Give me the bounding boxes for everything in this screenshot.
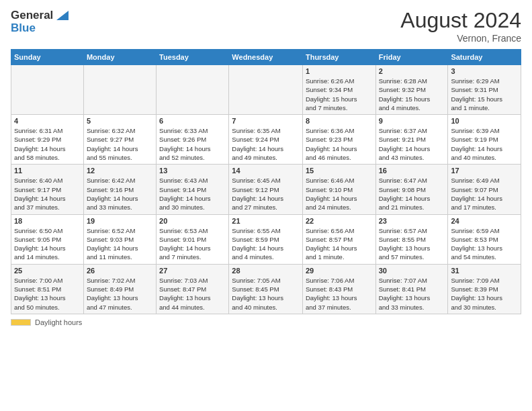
day-info: Sunrise: 6:47 AM Sunset: 9:08 PM Dayligh…	[379, 176, 445, 212]
day-number: 29	[306, 267, 373, 275]
calendar-week-row: 18Sunrise: 6:50 AM Sunset: 9:05 PM Dayli…	[11, 214, 521, 264]
calendar-cell: 5Sunrise: 6:32 AM Sunset: 9:27 PM Daylig…	[83, 115, 156, 165]
calendar-cell	[157, 65, 229, 115]
day-info: Sunrise: 6:46 AM Sunset: 9:10 PM Dayligh…	[306, 176, 373, 212]
calendar-week-row: 11Sunrise: 6:40 AM Sunset: 9:17 PM Dayli…	[11, 165, 521, 214]
calendar-cell: 29Sunrise: 7:06 AM Sunset: 8:43 PM Dayli…	[302, 264, 375, 314]
calendar-cell: 22Sunrise: 6:56 AM Sunset: 8:57 PM Dayli…	[302, 214, 375, 264]
day-info: Sunrise: 6:53 AM Sunset: 9:01 PM Dayligh…	[159, 226, 226, 262]
day-info: Sunrise: 6:45 AM Sunset: 9:12 PM Dayligh…	[232, 176, 300, 212]
calendar-body: 1Sunrise: 6:26 AM Sunset: 9:34 PM Daylig…	[11, 65, 521, 314]
day-number: 30	[379, 267, 445, 275]
calendar-cell: 26Sunrise: 7:02 AM Sunset: 8:49 PM Dayli…	[83, 264, 156, 314]
day-number: 19	[87, 217, 153, 225]
day-number: 4	[14, 117, 81, 125]
day-info: Sunrise: 6:56 AM Sunset: 8:57 PM Dayligh…	[306, 226, 373, 262]
calendar-cell: 7Sunrise: 6:35 AM Sunset: 9:24 PM Daylig…	[229, 115, 303, 165]
col-sunday: Sunday	[11, 50, 84, 65]
calendar-cell: 15Sunrise: 6:46 AM Sunset: 9:10 PM Dayli…	[302, 165, 375, 214]
day-number: 13	[159, 167, 226, 175]
day-info: Sunrise: 7:03 AM Sunset: 8:47 PM Dayligh…	[159, 276, 226, 312]
svg-marker-0	[56, 11, 69, 20]
day-number: 31	[451, 267, 518, 275]
day-info: Sunrise: 7:00 AM Sunset: 8:51 PM Dayligh…	[14, 276, 81, 312]
day-info: Sunrise: 6:40 AM Sunset: 9:17 PM Dayligh…	[14, 176, 81, 212]
logo-general: General	[11, 9, 53, 22]
day-info: Sunrise: 6:43 AM Sunset: 9:14 PM Dayligh…	[159, 176, 226, 212]
calendar-cell: 28Sunrise: 7:05 AM Sunset: 8:45 PM Dayli…	[229, 264, 303, 314]
day-info: Sunrise: 6:49 AM Sunset: 9:07 PM Dayligh…	[451, 176, 518, 212]
title-block: August 2024 Vernon, France	[400, 8, 521, 44]
calendar-cell	[229, 65, 303, 115]
calendar-cell: 27Sunrise: 7:03 AM Sunset: 8:47 PM Dayli…	[157, 264, 229, 314]
calendar-cell: 30Sunrise: 7:07 AM Sunset: 8:41 PM Dayli…	[375, 264, 448, 314]
day-info: Sunrise: 6:35 AM Sunset: 9:24 PM Dayligh…	[232, 126, 300, 162]
day-number: 3	[451, 67, 518, 75]
day-number: 14	[232, 167, 300, 175]
calendar-cell: 14Sunrise: 6:45 AM Sunset: 9:12 PM Dayli…	[229, 165, 303, 214]
day-number: 7	[232, 117, 300, 125]
col-wednesday: Wednesday	[229, 50, 303, 65]
calendar-cell: 31Sunrise: 7:09 AM Sunset: 8:39 PM Dayli…	[448, 264, 521, 314]
logo-blue: Blue	[11, 21, 69, 35]
calendar-cell: 20Sunrise: 6:53 AM Sunset: 9:01 PM Dayli…	[157, 214, 229, 264]
day-number: 5	[87, 117, 153, 125]
calendar-cell: 3Sunrise: 6:29 AM Sunset: 9:31 PM Daylig…	[448, 65, 521, 115]
calendar-week-row: 4Sunrise: 6:31 AM Sunset: 9:29 PM Daylig…	[11, 115, 521, 165]
calendar-cell: 12Sunrise: 6:42 AM Sunset: 9:16 PM Dayli…	[83, 165, 156, 214]
calendar-cell: 16Sunrise: 6:47 AM Sunset: 9:08 PM Dayli…	[375, 165, 448, 214]
day-number: 25	[14, 267, 81, 275]
col-thursday: Thursday	[302, 50, 375, 65]
calendar-cell: 6Sunrise: 6:33 AM Sunset: 9:26 PM Daylig…	[157, 115, 229, 165]
calendar-cell: 4Sunrise: 6:31 AM Sunset: 9:29 PM Daylig…	[11, 115, 84, 165]
day-info: Sunrise: 6:52 AM Sunset: 9:03 PM Dayligh…	[87, 226, 153, 262]
day-info: Sunrise: 6:59 AM Sunset: 8:53 PM Dayligh…	[451, 226, 518, 262]
calendar-cell: 11Sunrise: 6:40 AM Sunset: 9:17 PM Dayli…	[11, 165, 84, 214]
day-number: 15	[306, 167, 373, 175]
day-number: 9	[379, 117, 445, 125]
calendar-cell: 17Sunrise: 6:49 AM Sunset: 9:07 PM Dayli…	[448, 165, 521, 214]
calendar-cell: 25Sunrise: 7:00 AM Sunset: 8:51 PM Dayli…	[11, 264, 84, 314]
calendar-week-row: 1Sunrise: 6:26 AM Sunset: 9:34 PM Daylig…	[11, 65, 521, 115]
day-number: 2	[379, 67, 445, 75]
day-number: 11	[14, 167, 81, 175]
logo-icon	[54, 8, 69, 23]
calendar-cell: 1Sunrise: 6:26 AM Sunset: 9:34 PM Daylig…	[302, 65, 375, 115]
day-number: 16	[379, 167, 445, 175]
daylight-bar-icon	[11, 319, 31, 326]
location-subtitle: Vernon, France	[400, 33, 521, 44]
day-number: 17	[451, 167, 518, 175]
col-monday: Monday	[83, 50, 156, 65]
day-info: Sunrise: 7:07 AM Sunset: 8:41 PM Dayligh…	[379, 276, 445, 312]
day-info: Sunrise: 6:26 AM Sunset: 9:34 PM Dayligh…	[306, 77, 373, 112]
day-info: Sunrise: 6:31 AM Sunset: 9:29 PM Dayligh…	[14, 126, 81, 162]
calendar-cell: 21Sunrise: 6:55 AM Sunset: 8:59 PM Dayli…	[229, 214, 303, 264]
month-year-title: August 2024	[400, 8, 521, 33]
day-info: Sunrise: 6:57 AM Sunset: 8:55 PM Dayligh…	[379, 226, 445, 262]
day-info: Sunrise: 7:05 AM Sunset: 8:45 PM Dayligh…	[232, 276, 300, 312]
day-number: 26	[87, 267, 153, 275]
calendar-cell: 9Sunrise: 6:37 AM Sunset: 9:21 PM Daylig…	[375, 115, 448, 165]
col-saturday: Saturday	[448, 50, 521, 65]
calendar-table: Sunday Monday Tuesday Wednesday Thursday…	[11, 49, 521, 314]
day-info: Sunrise: 7:06 AM Sunset: 8:43 PM Dayligh…	[306, 276, 373, 312]
day-info: Sunrise: 6:37 AM Sunset: 9:21 PM Dayligh…	[379, 126, 445, 162]
day-number: 8	[306, 117, 373, 125]
calendar-header-row: Sunday Monday Tuesday Wednesday Thursday…	[11, 50, 521, 65]
day-number: 21	[232, 217, 300, 225]
day-number: 10	[451, 117, 518, 125]
calendar-cell	[83, 65, 156, 115]
calendar-week-row: 25Sunrise: 7:00 AM Sunset: 8:51 PM Dayli…	[11, 264, 521, 314]
day-info: Sunrise: 6:36 AM Sunset: 9:23 PM Dayligh…	[306, 126, 373, 162]
footer: Daylight hours	[11, 318, 521, 326]
day-number: 18	[14, 217, 81, 225]
day-info: Sunrise: 6:50 AM Sunset: 9:05 PM Dayligh…	[14, 226, 81, 262]
day-info: Sunrise: 6:33 AM Sunset: 9:26 PM Dayligh…	[159, 126, 226, 162]
page-container: General Blue August 2024 Vernon, France …	[0, 0, 532, 332]
day-number: 12	[87, 167, 153, 175]
page-header: General Blue August 2024 Vernon, France	[11, 8, 521, 44]
calendar-cell: 19Sunrise: 6:52 AM Sunset: 9:03 PM Dayli…	[83, 214, 156, 264]
day-info: Sunrise: 6:39 AM Sunset: 9:19 PM Dayligh…	[451, 126, 518, 162]
day-number: 27	[159, 267, 226, 275]
day-number: 28	[232, 267, 300, 275]
